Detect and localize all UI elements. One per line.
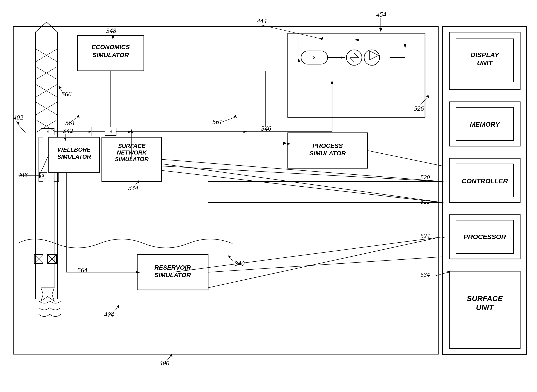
- label-526: 526: [414, 105, 424, 112]
- controller-label: CONTROLLER: [462, 177, 508, 185]
- reservoir-simulator-label2: SIMULATOR: [154, 272, 191, 278]
- label-444: 444: [257, 17, 267, 25]
- svg-text:S: S: [42, 173, 44, 177]
- label-524: 524: [420, 232, 430, 239]
- processor-label: PROCESSOR: [463, 233, 506, 240]
- display-unit-label2: UNIT: [477, 59, 493, 67]
- label-346: 346: [261, 125, 271, 132]
- svg-text:S: S: [313, 55, 315, 60]
- memory-label: MEMORY: [470, 121, 500, 128]
- surface-unit-label2: UNIT: [476, 303, 494, 311]
- reservoir-simulator-label1: RESERVOIR: [154, 264, 191, 271]
- label-340: 340: [234, 260, 245, 267]
- label-566: 566: [61, 90, 71, 98]
- process-simulator-label2: SIMULATOR: [309, 150, 346, 157]
- label-402: 402: [13, 114, 23, 121]
- svg-text:S: S: [110, 129, 112, 134]
- label-404: 404: [104, 311, 114, 318]
- wellbore-simulator-label2: SIMULATOR: [57, 153, 91, 160]
- label-561b: 561: [212, 118, 222, 125]
- label-348: 348: [106, 27, 116, 34]
- surface-unit-label1: SURFACE: [467, 294, 503, 303]
- surface-network-label2: NETWORK: [117, 149, 147, 156]
- surface-network-label3: SIMULATOR: [115, 156, 149, 163]
- label-522: 522: [420, 198, 430, 205]
- label-534: 534: [420, 271, 430, 278]
- svg-text:S: S: [47, 129, 49, 134]
- process-simulator-label1: PROCESS: [313, 142, 343, 149]
- economics-simulator-label1: ECONOMICS: [92, 44, 130, 51]
- diagram: S S S S: [0, 0, 537, 392]
- economics-simulator-label2: SIMULATOR: [93, 51, 129, 58]
- surface-network-label1: SURFACE: [118, 143, 146, 149]
- wellbore-simulator-label1: WELLBORE: [58, 146, 91, 153]
- label-400: 400: [159, 359, 169, 367]
- label-454: 454: [376, 11, 386, 18]
- label-561a: 561: [65, 119, 75, 126]
- label-520: 520: [420, 174, 430, 181]
- label-564: 564: [77, 266, 87, 274]
- label-344: 344: [128, 184, 138, 191]
- label-342: 342: [63, 127, 73, 134]
- display-unit-label1: DISPLAY: [471, 51, 500, 58]
- label-436: 436: [18, 171, 28, 178]
